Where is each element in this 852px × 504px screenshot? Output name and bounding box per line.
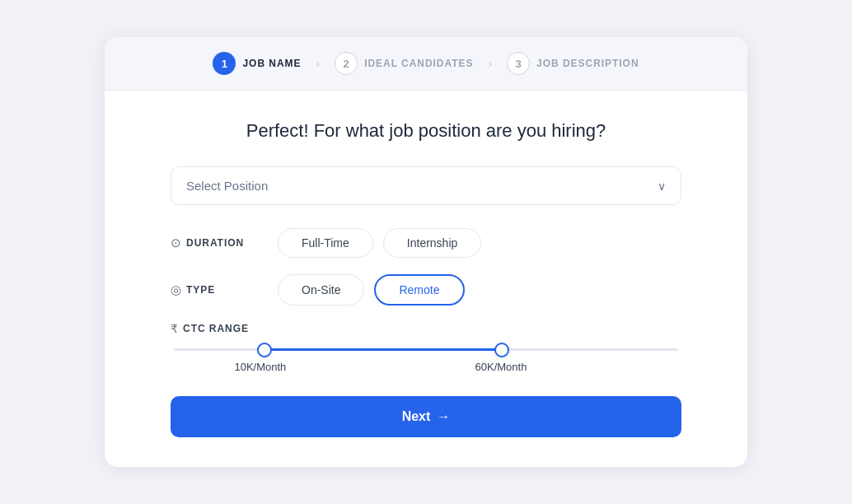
step-2-label: IDEAL CANDIDATES	[364, 58, 473, 69]
stepper: 1 JOB NAME › 2 IDEAL CANDIDATES › 3 JOB …	[105, 37, 747, 91]
duration-label: DURATION	[186, 237, 244, 249]
ctc-section: ₹ CTC RANGE 10K/Month 60K/Month	[171, 322, 681, 373]
slider-thumb-min[interactable]	[257, 343, 272, 357]
internship-button[interactable]: Internship	[383, 228, 481, 258]
step-2: 2 IDEAL CANDIDATES	[335, 52, 473, 75]
location-icon: ◎	[171, 282, 181, 297]
slider-thumb-max[interactable]	[494, 343, 509, 357]
type-label-group: ◎ TYPE	[171, 282, 278, 297]
position-select[interactable]: Select Position ∨	[171, 166, 681, 205]
duration-row: ⊙ DURATION Full-Time Internship	[171, 228, 681, 258]
next-label: Next	[402, 409, 431, 424]
slider-min-label: 10K/Month	[234, 361, 286, 373]
step-1: 1 JOB NAME	[213, 52, 301, 75]
ctc-slider[interactable]: 10K/Month 60K/Month	[171, 348, 681, 373]
step-2-circle: 2	[335, 52, 358, 75]
slider-max-label: 60K/Month	[475, 361, 527, 373]
duration-options: Full-Time Internship	[278, 228, 681, 258]
form-content: Perfect! For what job position are you h…	[105, 91, 747, 467]
ctc-label: CTC RANGE	[183, 323, 249, 334]
step-arrow-1: ›	[316, 57, 321, 70]
remote-button[interactable]: Remote	[374, 274, 464, 306]
slider-labels: 10K/Month 60K/Month	[174, 361, 678, 373]
chevron-down-icon: ∨	[658, 180, 666, 193]
main-card: 1 JOB NAME › 2 IDEAL CANDIDATES › 3 JOB …	[105, 37, 747, 467]
next-button[interactable]: Next →	[171, 396, 681, 437]
type-options: On-Site Remote	[278, 274, 681, 306]
full-time-button[interactable]: Full-Time	[278, 228, 373, 258]
duration-label-group: ⊙ DURATION	[171, 236, 278, 250]
page-title: Perfect! For what job position are you h…	[171, 120, 681, 142]
onsite-button[interactable]: On-Site	[278, 274, 364, 306]
clock-icon: ⊙	[171, 236, 181, 250]
step-3-circle: 3	[507, 52, 530, 75]
step-3-label: JOB DESCRIPTION	[536, 58, 639, 69]
step-1-circle: 1	[213, 52, 236, 75]
step-3: 3 JOB DESCRIPTION	[507, 52, 639, 75]
arrow-right-icon: →	[437, 409, 450, 424]
select-placeholder: Select Position	[186, 179, 268, 193]
slider-fill	[264, 348, 502, 351]
step-arrow-2: ›	[488, 57, 492, 70]
type-label: TYPE	[186, 284, 215, 296]
step-1-label: JOB NAME	[242, 58, 301, 69]
slider-track	[174, 348, 678, 351]
ctc-label-row: ₹ CTC RANGE	[171, 322, 681, 335]
rupee-icon: ₹	[171, 322, 178, 335]
type-row: ◎ TYPE On-Site Remote	[171, 274, 681, 306]
